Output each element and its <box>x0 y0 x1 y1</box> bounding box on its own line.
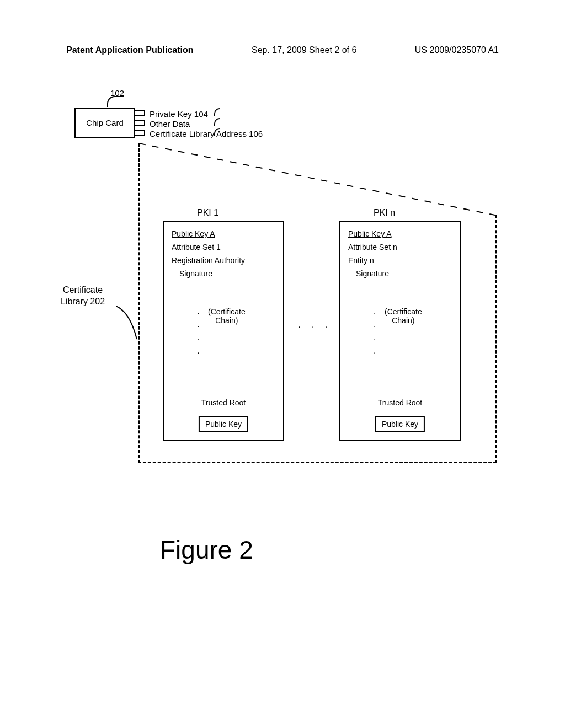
pki-n-attr: Attribute Set n <box>348 243 452 251</box>
pki-1-sig: Signature <box>172 269 275 278</box>
pki-1-content: Public Key A Attribute Set 1 Registratio… <box>164 222 283 290</box>
stub-1 <box>135 110 145 116</box>
stub-2-label: Other Data <box>150 119 190 129</box>
diagram-container: 102 Chip Card Private Key 104 Other Data… <box>66 88 499 585</box>
page-header: Patent Application Publication Sep. 17, … <box>0 45 565 55</box>
header-right: US 2009/0235070 A1 <box>415 45 499 55</box>
pki-n-sig: Signature <box>348 269 452 278</box>
dashed-right <box>495 215 497 463</box>
pki-n-pubkey: Public Key A <box>348 229 452 238</box>
pki-n-title: PKI n <box>374 208 395 218</box>
pki-1-attr: Attribute Set 1 <box>172 243 275 251</box>
svg-line-0 <box>139 143 495 215</box>
header-left: Patent Application Publication <box>66 45 194 55</box>
stub-3-label: Certificate Library Address 106 <box>150 129 263 138</box>
stub-3 <box>135 130 145 136</box>
ellipsis-horizontal: . . . <box>298 320 332 330</box>
pki-n-content: Public Key A Attribute Set n Entity n Si… <box>340 222 460 290</box>
pki-1-dots: .... <box>197 304 199 357</box>
stub-2 <box>135 120 145 126</box>
pki-n-entity: Entity n <box>348 256 452 265</box>
pki-1-chain: (Certificate Chain) <box>208 307 246 325</box>
pki-1-trusted-root: Trusted Root <box>164 398 283 407</box>
pki-n-pubkey-box: Public Key <box>375 416 425 432</box>
dashed-diagonal <box>139 143 495 216</box>
pki-1-pubkey: Public Key A <box>172 229 275 238</box>
pki-1-pubkey-box: Public Key <box>199 416 248 432</box>
leader-line-102 <box>107 96 124 107</box>
pki-1-box: PKI 1 Public Key A Attribute Set 1 Regis… <box>163 221 284 441</box>
chip-card-label: Chip Card <box>86 118 124 127</box>
pki-n-dots: .... <box>374 304 376 357</box>
stub-1-label: Private Key 104 <box>150 109 208 119</box>
pki-1-entity: Registration Authority <box>172 256 275 265</box>
chip-card-box: Chip Card <box>74 108 135 138</box>
header-center: Sep. 17, 2009 Sheet 2 of 6 <box>252 45 356 55</box>
certificate-library-label: Certificate Library 202 <box>61 285 105 308</box>
pki-n-box: PKI n Public Key A Attribute Set n Entit… <box>339 221 461 441</box>
arc-2 <box>214 118 220 126</box>
pki-1-title: PKI 1 <box>197 208 218 218</box>
dashed-bottom <box>138 462 497 463</box>
reference-102: 102 <box>110 88 124 98</box>
arc-1 <box>214 108 220 116</box>
pki-n-trusted-root: Trusted Root <box>340 398 460 407</box>
figure-label: Figure 2 <box>160 535 253 565</box>
library-leader-arc <box>116 303 138 342</box>
pki-n-chain: (Certificate Chain) <box>385 307 422 325</box>
